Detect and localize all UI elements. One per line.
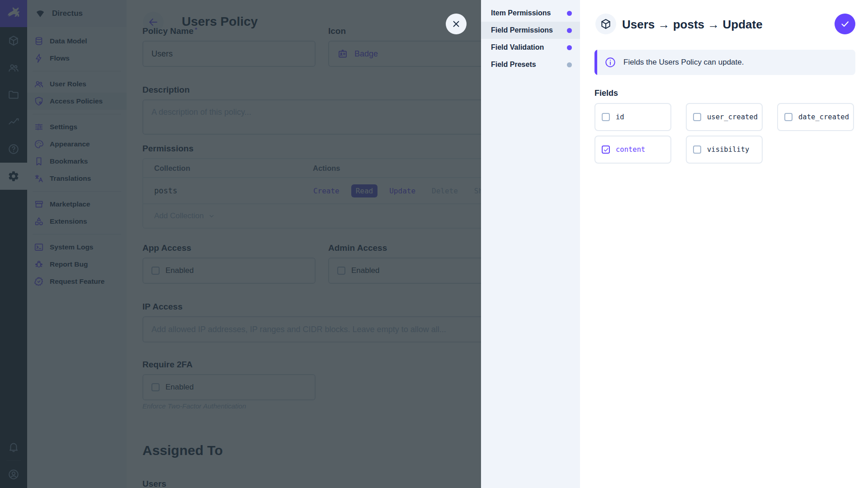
drawer-nav-field-permissions[interactable]: Field Permissions [481, 22, 580, 39]
field-checkbox-grid: id user_created date_created content vis… [594, 103, 861, 168]
field-checkbox-checked[interactable] [602, 145, 610, 154]
drawer-close-button[interactable] [446, 14, 467, 34]
field-card-date-created[interactable]: date_created [777, 103, 854, 131]
status-dot [567, 28, 572, 33]
directus-app: Directus Data Model Flows User Roles Acc… [0, 0, 868, 488]
field-permissions-drawer: Users → posts → Update Fields the Users … [580, 0, 868, 488]
field-checkbox[interactable] [693, 113, 701, 121]
field-card-id[interactable]: id [594, 103, 671, 131]
drawer-header-icon-circle [595, 14, 616, 34]
checkmark-icon [603, 147, 609, 153]
drawer-save-button[interactable] [835, 14, 855, 34]
fields-section-label: Fields [594, 89, 618, 98]
field-checkbox[interactable] [693, 145, 701, 154]
drawer-title: Users → posts → Update [622, 18, 763, 32]
check-icon [840, 19, 850, 29]
field-checkbox[interactable] [602, 113, 610, 121]
info-banner: Fields the Users Policy can update. [594, 50, 855, 75]
drawer-nav-sidebar: Item Permissions Field Permissions Field… [481, 0, 580, 488]
drawer-nav-field-presets[interactable]: Field Presets [481, 56, 580, 73]
close-icon [451, 19, 462, 29]
cube-icon [600, 18, 612, 30]
info-icon [604, 56, 616, 68]
status-dot [567, 45, 572, 50]
status-dot [567, 62, 572, 67]
drawer-nav-item-permissions[interactable]: Item Permissions [481, 5, 580, 22]
field-card-user-created[interactable]: user_created [686, 103, 763, 131]
field-card-visibility[interactable]: visibility [686, 136, 763, 164]
status-dot [567, 11, 572, 16]
banner-text: Fields the Users Policy can update. [623, 58, 744, 67]
drawer-nav-field-validation[interactable]: Field Validation [481, 39, 580, 56]
field-card-content[interactable]: content [594, 136, 671, 164]
banner-accent-bar [594, 50, 597, 75]
field-checkbox[interactable] [784, 113, 793, 121]
